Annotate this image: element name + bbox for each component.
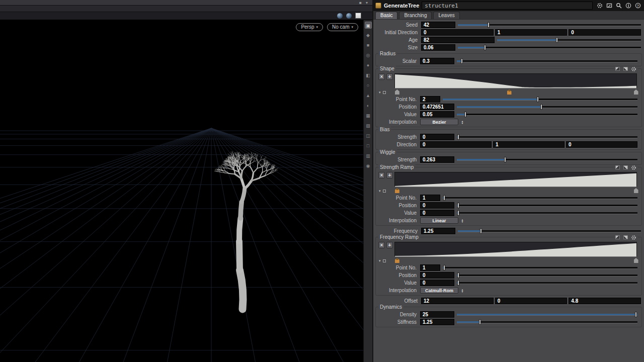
ramp-add-point-button[interactable]: + — [386, 73, 393, 80]
shape-value-slider[interactable] — [457, 111, 637, 118]
snap-icon[interactable]: ● — [365, 62, 372, 69]
wiggle-strength-field[interactable]: 0.263 — [420, 156, 454, 163]
crosshair-icon[interactable]: ◎ — [365, 52, 372, 59]
size-field[interactable]: 0.06 — [421, 44, 455, 51]
ramp-delete-point-button[interactable]: × — [378, 242, 385, 248]
pane-corner-controls[interactable]: ■ ▾ — [359, 1, 369, 5]
strength-ramp-curve[interactable] — [394, 172, 637, 187]
points-icon[interactable]: ◫ — [365, 132, 372, 139]
presets-icon[interactable] — [606, 3, 612, 9]
strength-position-field[interactable]: 0 — [420, 202, 454, 209]
initial-direction-y-field[interactable]: 1 — [495, 29, 568, 36]
ramp-point-handle[interactable] — [634, 188, 638, 193]
node-name-field[interactable]: structure1 — [422, 2, 593, 10]
shape-position-field[interactable]: 0.472651 — [420, 104, 454, 110]
ramp-delete-point-button[interactable]: × — [378, 172, 385, 178]
bias-strength-field[interactable]: 0 — [420, 134, 454, 140]
strength-value-field[interactable]: 0 — [420, 210, 454, 216]
freq-point-no-field[interactable]: 1 — [420, 264, 440, 271]
bias-direction-z-field[interactable]: 0 — [566, 141, 637, 148]
freq-point-no-slider[interactable] — [443, 264, 637, 271]
ramp-preset-icon[interactable] — [615, 235, 620, 240]
select-icon[interactable]: ◆ — [365, 32, 372, 39]
ramp-copy-icon[interactable] — [623, 235, 628, 240]
stiffness-field[interactable]: 1.25 — [420, 319, 454, 325]
size-slider[interactable] — [458, 44, 641, 51]
viewport-layout-icon[interactable] — [355, 13, 361, 19]
viewport-canvas[interactable] — [0, 20, 363, 362]
tab-leaves[interactable]: Leaves — [433, 12, 459, 19]
spinner-arrows-icon[interactable]: ▲▼ — [460, 289, 465, 293]
ramp-point-handle-selected[interactable] — [395, 188, 399, 193]
scalar-field[interactable]: 0.3 — [420, 58, 454, 64]
gear-icon[interactable] — [596, 3, 603, 9]
age-field[interactable]: 82 — [421, 37, 495, 43]
freq-position-field[interactable]: 0 — [420, 272, 454, 279]
template-icon[interactable]: ▥ — [365, 152, 372, 159]
tab-branching[interactable]: Branching — [399, 12, 432, 19]
handle-icon[interactable]: ▧ — [365, 122, 372, 129]
bias-strength-slider[interactable] — [457, 134, 637, 140]
shape-point-no-field[interactable]: 2 — [420, 96, 440, 103]
shape-interpolation-dropdown[interactable]: Bezier — [420, 119, 458, 125]
seed-field[interactable]: 42 — [421, 22, 455, 28]
ramp-preset-icon[interactable] — [615, 66, 620, 71]
strength-position-slider[interactable] — [457, 202, 637, 209]
ramp-expand-icon[interactable] — [383, 91, 386, 94]
ramp-add-point-button[interactable]: + — [386, 172, 393, 178]
spinner-arrows-icon[interactable]: ▲▼ — [460, 219, 465, 223]
spinner-arrows-icon[interactable]: ▲▼ — [460, 120, 465, 124]
tab-basic[interactable]: Basic — [375, 12, 397, 19]
ramp-copy-icon[interactable] — [623, 66, 628, 71]
offset-y-field[interactable]: 0 — [495, 298, 568, 304]
shade-icon[interactable]: ▲ — [365, 92, 372, 99]
perspective-view-button[interactable]: Persp ▾ — [296, 23, 323, 31]
ramp-copy-icon[interactable] — [623, 165, 628, 170]
ramp-expand-icon[interactable] — [383, 259, 386, 262]
light-icon[interactable]: ○ — [365, 82, 372, 89]
shading-sphere-icon[interactable] — [337, 13, 343, 19]
offset-z-field[interactable]: 4.8 — [569, 298, 641, 304]
strength-value-slider[interactable] — [457, 210, 637, 216]
3d-viewport-pane[interactable]: ■ ▾ Persp ▾ No cam ▾ ▣◆■◎●◧○▲◐▦▧◫□▥◉ — [0, 0, 372, 362]
ramp-point-handle[interactable] — [395, 89, 399, 95]
strength-point-no-field[interactable]: 1 — [420, 195, 440, 201]
ramp-point-handle[interactable] — [634, 258, 638, 263]
ramp-collapse-icon[interactable]: ▾ — [379, 90, 381, 95]
ramp-delete-point-button[interactable]: × — [378, 73, 385, 80]
offset-x-field[interactable]: 12 — [421, 298, 494, 304]
info-icon[interactable] — [625, 3, 631, 9]
age-slider[interactable] — [497, 37, 641, 43]
group-icon[interactable]: □ — [365, 142, 372, 149]
ramp-collapse-icon[interactable]: ▾ — [379, 189, 381, 193]
wire-icon[interactable]: ◐ — [365, 102, 372, 109]
initial-direction-x-field[interactable]: 0 — [421, 29, 494, 36]
strength-interpolation-dropdown[interactable]: Linear — [420, 217, 458, 224]
camera-icon[interactable]: ◧ — [365, 72, 372, 79]
ramp-point-handle-selected[interactable] — [507, 89, 512, 95]
ramp-point-handle-selected[interactable] — [395, 258, 399, 263]
freq-position-slider[interactable] — [457, 272, 637, 279]
frequency-ramp-curve[interactable] — [394, 242, 637, 257]
strength-point-no-slider[interactable] — [443, 195, 637, 201]
ramp-options-gear-icon[interactable] — [631, 165, 636, 170]
density-slider[interactable] — [457, 311, 637, 318]
shape-ramp-curve[interactable] — [394, 73, 637, 88]
density-field[interactable]: 25 — [420, 311, 454, 318]
help-icon[interactable]: ? — [634, 3, 641, 9]
bias-direction-y-field[interactable]: 1 — [493, 141, 565, 148]
camera-select-button[interactable]: No cam ▾ — [327, 23, 358, 31]
shape-position-slider[interactable] — [457, 104, 637, 110]
ramp-preset-icon[interactable] — [615, 165, 620, 170]
ramp-add-point-button[interactable]: + — [386, 242, 393, 248]
frequency-slider[interactable] — [458, 228, 641, 234]
display-options-icon[interactable]: ◉ — [365, 162, 372, 169]
ramp-expand-icon[interactable] — [383, 190, 386, 193]
normals-icon[interactable]: ▦ — [365, 112, 372, 119]
search-icon[interactable] — [615, 3, 622, 9]
seed-slider[interactable] — [458, 22, 641, 28]
ramp-collapse-icon[interactable]: ▾ — [379, 259, 381, 263]
frequency-field[interactable]: 1.25 — [421, 228, 455, 234]
ramp-options-gear-icon[interactable] — [631, 66, 636, 71]
material-sphere-icon[interactable] — [346, 13, 352, 19]
